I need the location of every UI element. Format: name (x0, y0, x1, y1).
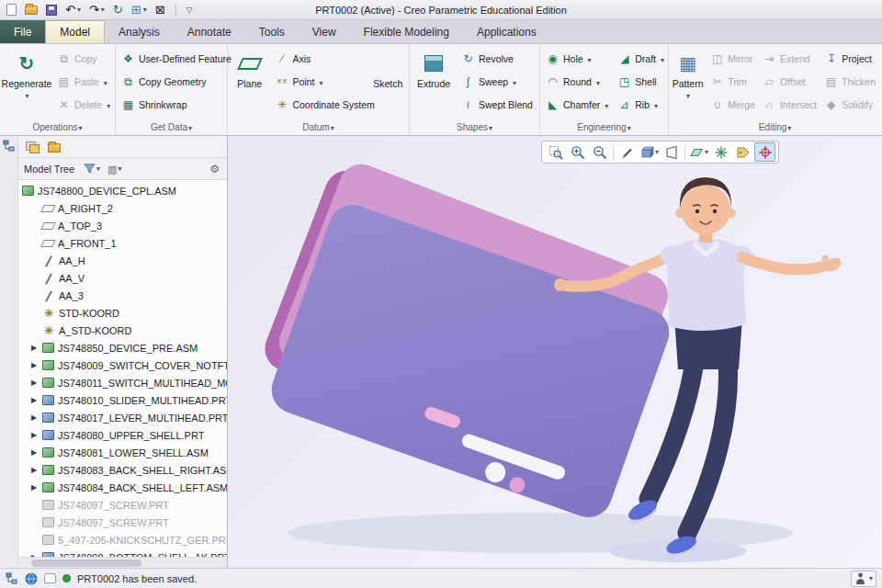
shrinkwrap-button[interactable]: ▦Shrinkwrap (118, 93, 235, 116)
folder-browser-button[interactable] (46, 139, 62, 155)
tree-row[interactable]: JS748850_DEVICE_PRE.ASM (18, 339, 227, 356)
expand-arrow-icon[interactable] (31, 483, 42, 492)
coordinate-system-button[interactable]: ✳Coordinate System (271, 93, 367, 116)
close-window-button[interactable]: ⊠ (154, 2, 166, 18)
undo-button[interactable]: ↶ (64, 2, 82, 18)
expand-arrow-icon[interactable] (31, 379, 42, 387)
tab-view[interactable]: View (299, 20, 350, 43)
repaint-button[interactable] (616, 142, 638, 162)
tree-row[interactable]: JS748800_DEVICE_CPL.ASM (18, 182, 227, 199)
perspective-button[interactable] (661, 142, 682, 162)
project-button[interactable]: ↧Project (820, 47, 879, 70)
tree-row[interactable]: JS748084_BACK_SHELL_LEFT.ASM (18, 479, 227, 496)
plane-button[interactable]: Plane (230, 47, 269, 117)
group-label-get-data[interactable]: Get Data (116, 119, 227, 135)
round-button[interactable]: ◠Round (542, 70, 612, 93)
group-label-engineering[interactable]: Engineering (540, 119, 668, 135)
model-tree[interactable]: JS748800_DEVICE_CPL.ASM A_RIGHT_2 A_TOP_… (18, 180, 227, 557)
tree-row[interactable]: A_STD-KOORD (18, 322, 227, 339)
extrude-button[interactable]: Extrude (412, 47, 456, 117)
expand-arrow-icon[interactable] (31, 413, 42, 422)
tab-annotate[interactable]: Annotate (174, 20, 245, 43)
expand-arrow-icon[interactable] (31, 361, 42, 369)
new-file-button[interactable] (6, 2, 17, 18)
sweep-button[interactable]: ∫Sweep (458, 70, 537, 93)
tree-filter-button[interactable] (82, 161, 102, 177)
tab-file[interactable]: File (0, 20, 45, 43)
draft-button[interactable]: ◢Draft (614, 47, 668, 70)
shell-button[interactable]: ◳Shell (614, 70, 668, 93)
tree-row[interactable]: JS748083_BACK_SHELL_RIGHT.ASM (18, 461, 227, 479)
expand-arrow-icon[interactable] (31, 344, 42, 352)
axis-button[interactable]: ∕Axis (271, 47, 367, 70)
tree-row[interactable]: JS748017_LEVER_MULTIHEAD.PRT (18, 409, 227, 426)
regenerate-button[interactable]: ↻ Regenerate (2, 47, 51, 117)
tree-row[interactable]: AA_H (18, 252, 227, 269)
zoom-out-button[interactable] (589, 142, 610, 162)
pattern-button[interactable]: ◫ ▦ Pattern (671, 47, 705, 117)
point-button[interactable]: ××Point (271, 70, 367, 93)
group-label-operations[interactable]: Operations (0, 119, 115, 135)
graphics-viewport[interactable] (228, 136, 882, 568)
expand-arrow-icon[interactable] (31, 466, 42, 474)
expand-arrow-icon[interactable] (31, 448, 42, 457)
csys-display-button[interactable] (710, 142, 731, 162)
tree-row[interactable]: JS748098_BOTTOM_SHELL_1K.PRT (18, 548, 227, 557)
tree-view-button[interactable] (24, 139, 40, 155)
expand-arrow-icon[interactable] (31, 396, 42, 404)
regenerate-quick-button[interactable]: ↻ (112, 2, 124, 18)
tree-row[interactable]: JS748081_LOWER_SHELL.ASM (18, 444, 227, 461)
window-arrange-button[interactable]: ⊞ (130, 2, 148, 18)
tree-row[interactable]: JS748011_SWITCH_MULTIHEAD_MONT. (18, 374, 227, 391)
tree-row[interactable]: JS748009_SWITCH_COVER_NOTFTOOL (18, 356, 227, 374)
tree-row[interactable]: A_TOP_3 (18, 217, 227, 234)
expand-arrow-icon[interactable] (31, 431, 42, 439)
navigator-toggle-icon[interactable] (6, 572, 18, 585)
tab-tools[interactable]: Tools (245, 20, 299, 43)
annotation-display-button[interactable] (732, 142, 753, 162)
group-label-editing[interactable]: Editing (669, 119, 881, 135)
browser-globe-icon[interactable] (25, 572, 38, 585)
tree-row[interactable]: STD-KOORD (18, 304, 227, 322)
quick-access-overflow-button[interactable]: ▽ (186, 2, 194, 18)
manikin-selector-button[interactable] (851, 571, 876, 587)
tab-analysis[interactable]: Analysis (105, 20, 174, 43)
tree-row-suppressed[interactable]: JS748097_SCREW.PRT (18, 496, 227, 514)
zoom-in-button[interactable] (567, 142, 588, 162)
tree-row[interactable]: A_RIGHT_2 (18, 199, 227, 217)
datum-display-filters-button[interactable] (688, 142, 709, 162)
group-label-datum[interactable]: Datum (228, 119, 409, 135)
display-style-button[interactable] (639, 142, 660, 162)
tree-row[interactable]: AA_V (18, 269, 227, 287)
user-defined-feature-button[interactable]: ❖User-Defined Feature (118, 47, 235, 70)
tree-row[interactable]: AA_3 (18, 287, 227, 304)
copy-geometry-button[interactable]: ⧉Copy Geometry (118, 70, 235, 93)
tab-applications[interactable]: Applications (463, 20, 550, 43)
hole-button[interactable]: ◉Hole (542, 47, 612, 70)
model-tree-tab-icon[interactable] (3, 140, 16, 153)
tree-row[interactable]: A_FRONT_1 (18, 234, 227, 252)
tree-row[interactable]: JS748010_SLIDER_MULTIHEAD.PRT (18, 391, 227, 409)
group-label-shapes[interactable]: Shapes (410, 119, 539, 135)
tree-row-suppressed[interactable]: JS748097_SCREW.PRT (18, 514, 227, 531)
refit-button[interactable] (545, 142, 566, 162)
scrollbar-thumb[interactable] (31, 560, 141, 567)
revolve-button[interactable]: ↻Revolve (458, 47, 537, 70)
swept-blend-button[interactable]: ≀Swept Blend (458, 93, 537, 116)
tab-model[interactable]: Model (45, 20, 105, 43)
sketch-button[interactable]: Sketch (368, 47, 407, 117)
tree-row[interactable]: JS748080_UPPER_SHELL.PRT (18, 426, 227, 444)
rib-button[interactable]: ⊿Rib (614, 93, 668, 116)
tab-label: Applications (477, 26, 537, 39)
tree-display-options-button[interactable]: ▥ (106, 161, 123, 177)
tree-settings-button[interactable]: ⚙ (208, 161, 221, 177)
chamfer-button[interactable]: ◣Chamfer (542, 93, 612, 116)
tree-row-suppressed[interactable]: 5_497-205-KNICKSCHUTZ_GER.PRT (18, 531, 227, 548)
tree-horizontal-scrollbar[interactable] (18, 557, 227, 568)
spin-center-button[interactable] (754, 142, 775, 162)
save-button[interactable] (45, 2, 58, 18)
tab-flexible-modeling[interactable]: Flexible Modeling (350, 20, 463, 43)
message-log-icon[interactable] (44, 573, 56, 583)
open-file-button[interactable] (24, 2, 39, 18)
redo-button[interactable]: ↷ (88, 2, 106, 18)
